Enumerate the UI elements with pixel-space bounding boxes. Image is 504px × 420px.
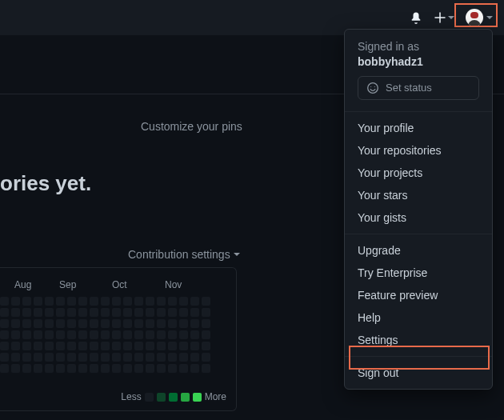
contribution-cell[interactable]	[56, 297, 65, 306]
contribution-cell[interactable]	[78, 297, 87, 306]
contribution-cell[interactable]	[67, 364, 76, 373]
menu-try-enterprise[interactable]: Try Enterprise	[345, 262, 492, 284]
contribution-cell[interactable]	[0, 319, 9, 328]
contribution-settings-button[interactable]: Contribution settings	[128, 248, 240, 261]
contribution-cell[interactable]	[0, 308, 9, 317]
set-status-button[interactable]: Set status	[358, 76, 479, 100]
contribution-cell[interactable]	[112, 364, 121, 373]
contribution-cell[interactable]	[56, 308, 65, 317]
contribution-cell[interactable]	[22, 364, 31, 373]
contribution-cell[interactable]	[78, 308, 87, 317]
contribution-cell[interactable]	[67, 353, 76, 362]
menu-upgrade[interactable]: Upgrade	[345, 239, 492, 262]
contribution-cell[interactable]	[90, 297, 98, 306]
contribution-cell[interactable]	[202, 364, 210, 373]
contribution-cell[interactable]	[11, 297, 20, 306]
menu-settings[interactable]: Settings	[345, 329, 492, 351]
contribution-cell[interactable]	[190, 364, 199, 373]
contribution-cell[interactable]	[34, 342, 42, 350]
contribution-cell[interactable]	[179, 297, 188, 306]
contribution-cell[interactable]	[101, 364, 110, 373]
contribution-cell[interactable]	[45, 308, 54, 317]
contribution-cell[interactable]	[168, 319, 177, 328]
contribution-cell[interactable]	[123, 353, 132, 362]
contribution-cell[interactable]	[101, 297, 110, 306]
contribution-cell[interactable]	[146, 342, 154, 350]
contribution-cell[interactable]	[157, 364, 166, 373]
contribution-cell[interactable]	[0, 353, 9, 362]
contribution-cell[interactable]	[146, 319, 154, 328]
contribution-cell[interactable]	[202, 342, 210, 350]
contribution-cell[interactable]	[190, 297, 199, 306]
contribution-cell[interactable]	[202, 353, 210, 362]
contribution-cell[interactable]	[134, 308, 143, 317]
contribution-cell[interactable]	[157, 330, 166, 339]
menu-help[interactable]: Help	[345, 306, 492, 329]
contribution-cell[interactable]	[78, 364, 87, 373]
menu-your-repositories[interactable]: Your repositories	[345, 139, 492, 162]
menu-your-gists[interactable]: Your gists	[345, 206, 492, 229]
contribution-cell[interactable]	[146, 297, 154, 306]
contribution-cell[interactable]	[45, 364, 54, 373]
contribution-cell[interactable]	[112, 330, 121, 339]
notifications-button[interactable]	[410, 11, 422, 24]
menu-feature-preview[interactable]: Feature preview	[345, 284, 492, 306]
contribution-cell[interactable]	[90, 308, 98, 317]
contribution-cell[interactable]	[190, 308, 199, 317]
contribution-cell[interactable]	[190, 353, 199, 362]
contribution-cell[interactable]	[34, 353, 42, 362]
contribution-cell[interactable]	[34, 319, 42, 328]
contribution-cell[interactable]	[168, 297, 177, 306]
contribution-cell[interactable]	[123, 297, 132, 306]
contribution-cell[interactable]	[123, 342, 132, 350]
contribution-cell[interactable]	[134, 319, 143, 328]
contribution-cell[interactable]	[90, 342, 98, 350]
contribution-cell[interactable]	[168, 342, 177, 350]
contribution-cell[interactable]	[22, 297, 31, 306]
contribution-cell[interactable]	[146, 364, 154, 373]
contribution-cell[interactable]	[134, 297, 143, 306]
contribution-cell[interactable]	[45, 319, 54, 328]
contribution-cell[interactable]	[179, 330, 188, 339]
contribution-cell[interactable]	[11, 353, 20, 362]
menu-your-profile[interactable]: Your profile	[345, 117, 492, 139]
contribution-cell[interactable]	[67, 319, 76, 328]
contribution-cell[interactable]	[123, 330, 132, 339]
contribution-cell[interactable]	[11, 342, 20, 350]
contribution-cell[interactable]	[56, 342, 65, 350]
contribution-cell[interactable]	[11, 308, 20, 317]
contribution-cell[interactable]	[202, 319, 210, 328]
contribution-cell[interactable]	[168, 353, 177, 362]
contribution-cell[interactable]	[11, 319, 20, 328]
contribution-cell[interactable]	[22, 319, 31, 328]
contribution-cell[interactable]	[67, 308, 76, 317]
contribution-cell[interactable]	[134, 342, 143, 350]
contribution-cell[interactable]	[112, 353, 121, 362]
contribution-cell[interactable]	[34, 308, 42, 317]
contribution-cell[interactable]	[0, 364, 9, 373]
contribution-cell[interactable]	[67, 330, 76, 339]
contribution-cell[interactable]	[202, 297, 210, 306]
contribution-cell[interactable]	[179, 353, 188, 362]
contribution-cell[interactable]	[56, 319, 65, 328]
contribution-cell[interactable]	[123, 308, 132, 317]
contribution-cell[interactable]	[22, 342, 31, 350]
contribution-cell[interactable]	[146, 330, 154, 339]
profile-menu-button[interactable]	[466, 9, 493, 26]
contribution-cell[interactable]	[168, 308, 177, 317]
menu-your-stars[interactable]: Your stars	[345, 184, 492, 206]
contribution-cell[interactable]	[56, 330, 65, 339]
create-new-button[interactable]	[434, 11, 454, 24]
contribution-cell[interactable]	[0, 342, 9, 350]
contribution-cell[interactable]	[190, 330, 199, 339]
contribution-cell[interactable]	[34, 297, 42, 306]
contribution-cell[interactable]	[34, 330, 42, 339]
contribution-cell[interactable]	[0, 330, 9, 339]
contribution-cell[interactable]	[45, 330, 54, 339]
contribution-cell[interactable]	[157, 353, 166, 362]
contribution-cell[interactable]	[112, 319, 121, 328]
menu-sign-out[interactable]: Sign out	[345, 362, 492, 384]
contribution-cell[interactable]	[101, 342, 110, 350]
contribution-cell[interactable]	[34, 364, 42, 373]
contribution-cell[interactable]	[168, 364, 177, 373]
